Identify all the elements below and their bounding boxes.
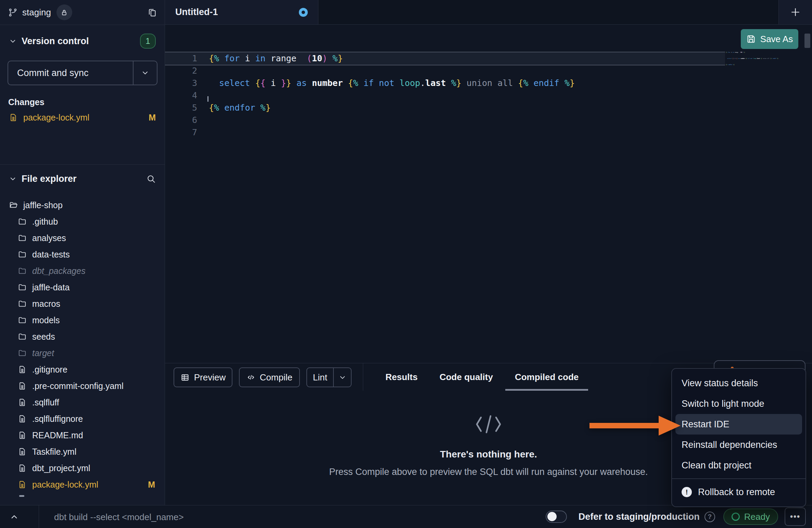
panel-tab-results[interactable]: Results [385, 363, 418, 391]
chevron-down-icon [9, 175, 17, 183]
tree-item-taskfile-yml[interactable]: Taskfile.yml [0, 443, 165, 460]
chevron-down-icon [9, 37, 17, 45]
menu-item-view-status-details[interactable]: View status details [672, 373, 805, 393]
lint-options-caret[interactable] [333, 368, 351, 387]
line-number-gutter: 1234567 [165, 52, 197, 139]
commit-and-sync-label[interactable]: Commit and sync [8, 61, 133, 85]
tree-item-models[interactable]: models [0, 312, 165, 328]
file-explorer-section: File explorer jaffle-shop.githubanalyses… [0, 164, 165, 505]
modified-badge: M [148, 480, 155, 490]
commit-and-sync-button[interactable]: Commit and sync [8, 61, 157, 85]
chevron-down-icon [141, 69, 149, 77]
code-editor[interactable]: 1234567 {% for i in range (10) %} select… [165, 25, 812, 363]
menu-item-restart-ide[interactable]: Restart IDE [675, 414, 802, 435]
preview-label: Preview [194, 372, 226, 383]
branch-name[interactable]: staging [22, 7, 51, 18]
tree-item-seeds[interactable]: seeds [0, 328, 165, 345]
line-number-6: 6 [165, 114, 197, 126]
commit-options-caret[interactable] [133, 61, 157, 85]
save-as-button[interactable]: Save As [741, 29, 798, 49]
file-explorer-title: File explorer [22, 174, 77, 184]
file-icon [18, 431, 27, 440]
tree-item-macros[interactable]: macros [0, 296, 165, 312]
tree-item-dbt-project-yml[interactable]: dbt_project.yml [0, 460, 165, 476]
overflow-menu-button[interactable]: ••• [785, 507, 806, 526]
menu-item-clean-dbt-project[interactable]: Clean dbt project [672, 455, 805, 476]
tree-item-data-tests[interactable]: data-tests [0, 246, 165, 263]
tree-item-target[interactable]: target [0, 345, 165, 361]
preview-button[interactable]: Preview [174, 367, 232, 387]
chevron-up-icon [10, 512, 19, 521]
folder-icon [18, 349, 27, 357]
panel-tab-code-quality[interactable]: Code quality [440, 363, 493, 391]
empty-state-title: There's nothing here. [440, 449, 537, 460]
code-line-5: {% endfor %} [209, 102, 575, 114]
code-icon [246, 373, 255, 382]
tree-item-readme-md[interactable]: README.md [0, 427, 165, 443]
tree-item-sqlfluffignore[interactable]: .sqlfluffignore [0, 411, 165, 427]
lint-button[interactable]: Lint [306, 367, 352, 387]
table-icon [180, 373, 190, 382]
menu-item-switch-to-light-mode[interactable]: Switch to light mode [672, 393, 805, 414]
new-tab-button[interactable] [778, 0, 812, 24]
compile-label: Compile [260, 372, 292, 383]
menu-divider [672, 478, 805, 479]
line-number-5: 5 [165, 102, 197, 114]
tree-item-package-lock-yml[interactable]: package-lock.ymlM [0, 476, 165, 493]
menu-item-rollback-to-remote[interactable]: !Rollback to remote [672, 482, 805, 502]
tree-item-github[interactable]: .github [0, 213, 165, 230]
tree-item-jaffle-shop[interactable]: jaffle-shop [0, 197, 165, 213]
defer-toggle[interactable] [546, 511, 567, 523]
file-explorer-header[interactable]: File explorer [0, 171, 165, 187]
changes-count-badge: 1 [140, 34, 156, 49]
code-line-6 [209, 114, 575, 126]
lock-icon [60, 9, 68, 16]
toolbar-divider [363, 363, 363, 391]
version-control-header[interactable]: Version control 1 [0, 33, 165, 49]
plus-icon [790, 7, 801, 17]
changes-heading: Changes [8, 97, 45, 107]
code-line-1: {% for i in range (10) %} [209, 52, 575, 65]
minimap-content: {% for i in range (10) %} select {{ i }}… [726, 51, 802, 72]
status-badge[interactable]: Ready [723, 508, 778, 525]
collapse-panel-button[interactable] [10, 512, 19, 521]
tree-item-gitignore[interactable]: .gitignore [0, 361, 165, 378]
status-ring-icon [732, 513, 740, 521]
search-icon[interactable] [146, 174, 156, 184]
version-control-title: Version control [22, 36, 89, 47]
tree-item-dbt-packages[interactable]: dbt_packages [0, 263, 165, 279]
code-content: {% for i in range (10) %} select {{ i }}… [209, 52, 575, 139]
copy-icon[interactable] [147, 8, 157, 17]
panel-tab-compiled-code[interactable]: Compiled code [515, 363, 579, 391]
tree-item-jaffle-data[interactable]: jaffle-data [0, 279, 165, 296]
branch-header: staging [0, 0, 165, 25]
minimap-line-2 [726, 54, 802, 57]
clipped-tree-item [19, 495, 24, 497]
statusbar-right: Defer to staging/production ? Ready ••• [546, 505, 806, 528]
help-icon[interactable]: ? [705, 512, 715, 522]
minimap[interactable]: {% for i in range (10) %} select {{ i }}… [726, 51, 802, 78]
empty-tab-strip [318, 0, 778, 24]
code-line-2 [209, 65, 575, 77]
save-icon [746, 34, 756, 44]
command-input[interactable] [53, 508, 397, 526]
tree-item-analyses[interactable]: analyses [0, 230, 165, 246]
code-line-3: select {{ i }} as number {% if not loop.… [209, 77, 575, 89]
menu-item-reinstall-dependencies[interactable]: Reinstall dependencies [672, 435, 805, 455]
change-item-package-lock-yml[interactable]: package-lock.ymlM [0, 110, 165, 125]
chevron-down-icon [339, 374, 346, 381]
tree-item-pre-commit-config-yaml[interactable]: .pre-commit-config.yaml [0, 378, 165, 394]
minimap-line-7 [726, 69, 802, 72]
editor-scrollbar-thumb[interactable] [804, 34, 810, 48]
branch-locked-chip [56, 4, 72, 20]
lint-label[interactable]: Lint [307, 372, 333, 383]
file-icon [18, 398, 27, 407]
compile-button[interactable]: Compile [239, 367, 300, 387]
tree-item-sqlfluff[interactable]: .sqlfluff [0, 394, 165, 411]
panel-tabs: ResultsCode qualityCompiled code [385, 363, 579, 391]
line-number-3: 3 [165, 77, 197, 89]
line-number-2: 2 [165, 65, 197, 77]
tab-untitled-1[interactable]: Untitled-1 [165, 0, 318, 24]
tab-title: Untitled-1 [175, 7, 218, 17]
code-line-7 [209, 126, 575, 139]
